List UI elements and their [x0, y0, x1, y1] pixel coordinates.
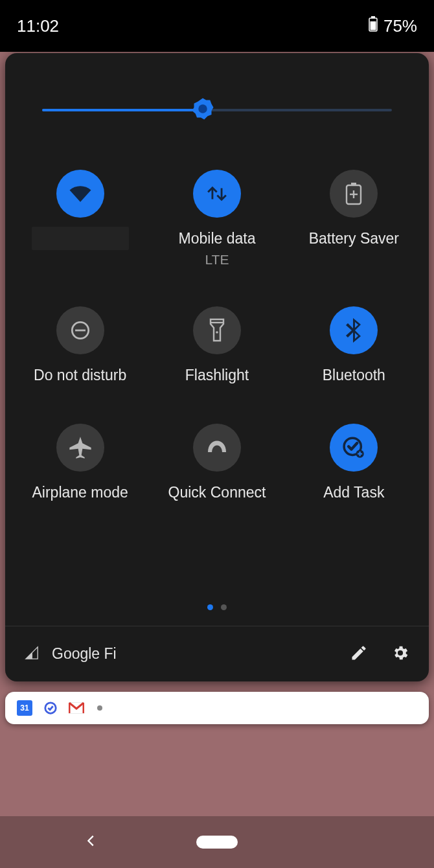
- page-indicator: [5, 604, 429, 626]
- tile-flashlight[interactable]: Flashlight: [148, 306, 285, 385]
- tile-airplane-mode[interactable]: Airplane mode: [12, 424, 148, 502]
- wifi-icon: [56, 170, 104, 218]
- ticktick-icon: [43, 700, 58, 716]
- edit-button[interactable]: [345, 640, 373, 668]
- tile-label: Airplane mode: [32, 483, 128, 502]
- battery-saver-icon: [330, 170, 378, 218]
- settings-button[interactable]: [386, 640, 415, 668]
- calendar-icon: 31: [17, 700, 32, 716]
- battery-icon: [368, 16, 378, 36]
- status-right: 75%: [368, 16, 417, 36]
- brightness-row: [5, 53, 429, 166]
- page-dot[interactable]: [207, 604, 213, 610]
- page-dot[interactable]: [221, 604, 227, 610]
- back-button[interactable]: [84, 834, 98, 851]
- brightness-slider[interactable]: [42, 109, 392, 111]
- tile-mobile-data[interactable]: Mobile data LTE: [148, 170, 285, 268]
- tile-add-task[interactable]: Add Task: [286, 424, 422, 502]
- quick-settings-panel: Mobile data LTE Battery Saver Do not dis…: [5, 53, 429, 681]
- flashlight-icon: [193, 306, 241, 354]
- gear-icon: [391, 644, 409, 665]
- tile-label: Bluetooth: [323, 366, 385, 385]
- tile-label: Quick Connect: [168, 483, 266, 502]
- battery-percent: 75%: [383, 16, 417, 36]
- svg-point-4: [199, 104, 208, 113]
- add-task-icon: [330, 424, 378, 472]
- tiles-grid: Mobile data LTE Battery Saver Do not dis…: [5, 166, 429, 501]
- tile-label: Battery Saver: [309, 229, 399, 248]
- svg-rect-2: [370, 21, 376, 30]
- tile-label: [32, 227, 129, 250]
- mobile-data-icon: [193, 170, 241, 218]
- brightness-thumb-icon[interactable]: [191, 97, 214, 123]
- tile-label: Add Task: [323, 483, 384, 502]
- more-notifications-dot: [97, 705, 102, 711]
- airplane-icon: [56, 424, 104, 472]
- tile-label: Mobile data: [179, 229, 256, 248]
- svg-rect-6: [351, 183, 356, 185]
- gmail-icon: [69, 700, 84, 716]
- brightness-slider-fill: [42, 109, 203, 111]
- tile-wifi[interactable]: [12, 170, 148, 268]
- notification-bar[interactable]: 31: [5, 692, 429, 724]
- tile-label: Do not disturb: [34, 366, 126, 385]
- svg-point-12: [216, 331, 218, 334]
- tile-battery-saver[interactable]: Battery Saver: [286, 170, 422, 268]
- home-pill[interactable]: [196, 836, 238, 849]
- status-bar: 11:02 75%: [0, 0, 434, 52]
- tile-sublabel: LTE: [205, 252, 229, 268]
- signal-icon: [25, 646, 39, 663]
- status-time: 11:02: [17, 16, 59, 36]
- tile-quick-connect[interactable]: Quick Connect: [148, 424, 285, 502]
- dnd-icon: [56, 306, 104, 354]
- pencil-icon: [350, 644, 368, 665]
- tile-do-not-disturb[interactable]: Do not disturb: [12, 306, 148, 385]
- bluetooth-icon: [330, 306, 378, 354]
- tile-bluetooth[interactable]: Bluetooth: [286, 306, 422, 385]
- panel-footer: Google Fi: [5, 626, 429, 681]
- navigation-bar: [0, 816, 434, 868]
- tile-label: Flashlight: [185, 366, 249, 385]
- carrier-label[interactable]: Google Fi: [52, 645, 117, 663]
- quick-connect-icon: [193, 424, 241, 472]
